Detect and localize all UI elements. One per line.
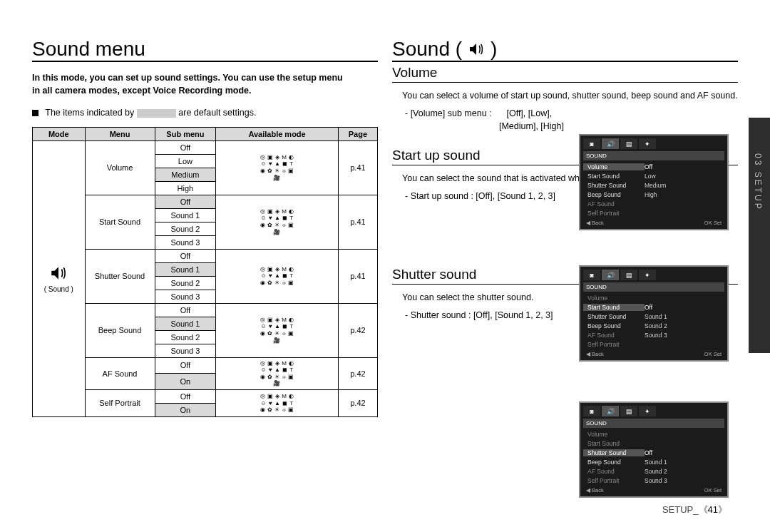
th-menu: Menu xyxy=(85,127,155,140)
vol-l1: - [Volume] sub menu : xyxy=(405,108,492,118)
avail: ◎ ▣ ◈ M ◐☺ ♥ ▲ ◼ T◉ ✿ ☀ ⍟ ▣🎥 xyxy=(216,357,339,389)
lcd-back: ◀ Back xyxy=(586,220,604,226)
mode-cell: ( Sound ) xyxy=(33,140,86,416)
page-ref: p.41 xyxy=(338,140,377,195)
page-ref: p.42 xyxy=(338,389,377,416)
sub: Off xyxy=(155,195,216,208)
default-chip xyxy=(137,109,176,118)
menu-volume: Volume xyxy=(85,140,155,195)
sub: Sound 1 xyxy=(155,208,216,222)
sub: High xyxy=(155,181,216,195)
section-volume-body: You can select a volume of start up soun… xyxy=(392,90,738,133)
lcd-val: Sound 1 xyxy=(645,459,724,466)
section-volume-head: Volume xyxy=(392,65,738,83)
footer-label: SETUP_ xyxy=(662,504,699,515)
intro-text: In this mode, you can set up sound setti… xyxy=(32,72,378,97)
mode-label: ( Sound ) xyxy=(44,285,73,293)
lcd-val: Off xyxy=(645,304,724,311)
lcd-row: AF Sound xyxy=(583,200,645,208)
avail: ◎ ▣ ◈ M ◐☺ ♥ ▲ ◼ T◉ ✿ ☀ ⍟ ▣ xyxy=(216,249,339,303)
lcd-set: OK Set xyxy=(704,487,722,493)
page-ref: p.42 xyxy=(338,303,377,357)
page-ref: p.41 xyxy=(338,195,377,249)
lcd-back: ◀ Back xyxy=(586,351,604,357)
sub: Sound 2 xyxy=(155,222,216,235)
lcd-row: Start Sound xyxy=(583,440,645,447)
lcd-row: AF Sound xyxy=(583,332,645,339)
lcd-tab-icon: ✦ xyxy=(639,406,656,416)
lcd-val: Off xyxy=(645,449,724,456)
lcd-val: Low xyxy=(645,173,724,180)
lcd-val: Sound 1 xyxy=(645,313,724,320)
lcd-tab-icon: 🔊 xyxy=(602,406,619,416)
lcd-val: Sound 2 xyxy=(645,322,724,329)
sub: Sound 3 xyxy=(155,235,216,249)
lcd-val: Sound 2 xyxy=(645,468,724,475)
lcd-back: ◀ Back xyxy=(586,487,604,493)
lcd-row: Volume xyxy=(583,295,645,302)
lcd-tab-icon: ▤ xyxy=(620,406,637,416)
lcd-set: OK Set xyxy=(704,220,722,226)
lcd-start: ◙ 🔊 ▤ ✦ SOUND Volume Start SoundOff Shut… xyxy=(579,265,729,362)
lcd-val: Medium xyxy=(645,182,724,189)
th-avail: Available mode xyxy=(216,127,339,140)
shutter-body: You can select the shutter sound. xyxy=(402,292,533,302)
legend-a: The items indicated by xyxy=(45,108,134,118)
lcd-row: Beep Sound xyxy=(583,191,645,198)
avail: ◎ ▣ ◈ M ◐☺ ♥ ▲ ◼ T◉ ✿ ☀ ⍟ ▣🎥 xyxy=(216,195,339,249)
lcd-tab-icon: ◙ xyxy=(583,406,600,416)
sub: Off xyxy=(155,389,216,403)
sub: Off xyxy=(155,303,216,317)
lcd-val: Sound 3 xyxy=(645,477,724,484)
th-sub: Sub menu xyxy=(155,127,216,140)
speaker-icon xyxy=(468,41,485,58)
legend: The items indicated by are default setti… xyxy=(32,107,378,120)
vol-l1c: [Medium], [High] xyxy=(499,121,564,131)
menu-beep: Beep Sound xyxy=(85,303,155,357)
lcd-set: OK Set xyxy=(704,351,722,357)
shutter-l1: - Shutter sound : [Off], [Sound 1, 2, 3] xyxy=(405,310,553,320)
side-tab-text: 03 SETUP xyxy=(753,153,763,211)
sub: Off xyxy=(155,357,216,374)
sub: Medium xyxy=(155,168,216,181)
lcd-row: Start Sound xyxy=(583,173,645,180)
lcd-tab-icon: ◙ xyxy=(583,138,600,149)
sub: Off xyxy=(155,140,216,154)
bullet-icon xyxy=(32,110,38,116)
title-sound: Sound ( xyxy=(392,39,462,59)
lcd-row: Start Sound xyxy=(583,304,645,311)
lcd-val: Off xyxy=(645,163,724,170)
lcd-row: Volume xyxy=(583,431,645,438)
title-text: Sound menu xyxy=(32,39,145,59)
start-l1: - Start up sound : [Off], [Sound 1, 2, 3… xyxy=(405,191,555,201)
legend-b: are default settings. xyxy=(178,108,256,118)
sub: Sound 3 xyxy=(155,344,216,357)
avail: ◎ ▣ ◈ M ◐☺ ♥ ▲ ◼ T◉ ✿ ☀ ⍟ ▣ xyxy=(216,389,339,416)
menu-af: AF Sound xyxy=(85,357,155,389)
volume-body: You can select a volume of start up soun… xyxy=(402,91,738,101)
lcd-tab-icon: ▤ xyxy=(620,270,637,280)
lcd-banner: SOUND xyxy=(583,419,724,428)
page-footer: SETUP_《41》 xyxy=(662,503,727,516)
side-tab: 03 SETUP xyxy=(749,118,770,353)
lcd-row: Self Portrait xyxy=(583,341,645,348)
lcd-shutter: ◙ 🔊 ▤ ✦ SOUND Volume Start Sound Shutter… xyxy=(579,401,729,498)
menu-start: Start Sound xyxy=(85,195,155,249)
intro-line1: In this mode, you can set up sound setti… xyxy=(32,73,343,83)
lcd-tab-icon: ✦ xyxy=(639,270,656,280)
intro-line2: in all camera modes, except Voice Record… xyxy=(32,86,252,96)
volume-sublist: - [Volume] sub menu : [Off], [Low], [Med… xyxy=(402,107,738,134)
lcd-tab-icon: 🔊 xyxy=(602,138,619,149)
page-ref: p.41 xyxy=(338,249,377,303)
lcd-row: Shutter Sound xyxy=(583,313,645,320)
settings-table: Mode Menu Sub menu Available mode Page (… xyxy=(32,127,378,417)
lcd-banner: SOUND xyxy=(583,282,724,292)
sub: Sound 2 xyxy=(155,276,216,290)
lcd-row: Beep Sound xyxy=(583,459,645,466)
avail: ◎ ▣ ◈ M ◐☺ ♥ ▲ ◼ T◉ ✿ ☀ ⍟ ▣🎥 xyxy=(216,303,339,357)
right-title: Sound ( ) xyxy=(392,39,738,62)
page-ref: p.42 xyxy=(338,357,377,389)
th-mode: Mode xyxy=(33,127,86,140)
menu-self: Self Portrait xyxy=(85,389,155,416)
th-page: Page xyxy=(338,127,377,140)
